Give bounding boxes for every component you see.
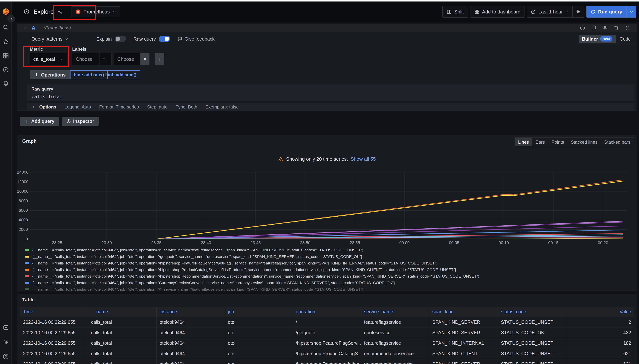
table-cell: /hipstershop.FeatureFlagServi... [293, 338, 361, 348]
zoom-out-time-button[interactable] [572, 6, 584, 18]
add-query-button[interactable]: Add query [20, 117, 59, 126]
table-cell: / [293, 317, 361, 328]
legend-item[interactable]: {__name__="calls_total", instance="otelc… [25, 260, 631, 266]
table-cell: quoteservice [361, 328, 429, 338]
give-feedback-link[interactable]: Give feedback [178, 36, 214, 42]
column-header-operation[interactable]: operation [293, 306, 361, 317]
duplicate-query-icon[interactable] [591, 25, 596, 31]
legend-item[interactable]: {__name__="calls_total", instance="otelc… [25, 266, 631, 273]
legend-series-label[interactable]: {__name__="calls_total", instance="otelc… [32, 274, 479, 278]
add-label-button[interactable] [155, 53, 164, 65]
x-axis-tick: 23:35 [151, 240, 162, 245]
table-cell: otelcol:9464 [156, 317, 225, 328]
split-button[interactable]: Split [442, 6, 468, 18]
column-header-statuscode[interactable]: status_code [498, 306, 566, 317]
table-cell: STATUS_CODE_UNSET [498, 348, 566, 359]
builder-mode-tab[interactable]: Builder Beta [578, 34, 616, 43]
legend-series-label[interactable]: {__name__="calls_total", instance="otelc… [32, 261, 437, 266]
grafana-logo[interactable] [2, 8, 10, 15]
x-axis-tick: 23:45 [250, 240, 261, 245]
legend-series-label[interactable]: {__name__="calls_total", instance="otelc… [32, 280, 395, 285]
x-axis-tick: 00:20 [598, 240, 608, 245]
run-query-button[interactable]: Run query [586, 6, 636, 18]
sidebar [0, 2, 12, 364]
legend-swatch [25, 275, 29, 277]
apps-icon [474, 9, 480, 14]
table-cell: calls_total [88, 359, 156, 364]
star-icon[interactable] [2, 38, 9, 45]
drag-handle-icon[interactable] [624, 25, 630, 31]
sign-in-icon[interactable] [2, 324, 9, 331]
legend-series-label[interactable]: {__name__="calls_total", instance="otelc… [32, 254, 362, 259]
hint-add-sum-button[interactable]: hint: add sum() [102, 70, 140, 79]
column-header-name[interactable]: __name__ [88, 306, 156, 317]
alerting-bell-icon[interactable] [2, 80, 9, 86]
legend-item[interactable]: {__name__="calls_total", instance="otelc… [25, 286, 631, 291]
remove-label-button[interactable] [140, 53, 150, 65]
column-header-time[interactable]: Time [20, 306, 88, 317]
legend-item[interactable]: {__name__="calls_total", instance="otelc… [25, 247, 631, 253]
table-cell: /hipstershop.Recommendation... [293, 359, 361, 364]
column-header-instance[interactable]: instance [156, 306, 225, 317]
table-cell: 182 [566, 338, 634, 348]
legend-swatch [25, 269, 29, 271]
query-help-icon[interactable] [580, 25, 585, 31]
table-cell: 621 [566, 359, 634, 364]
time-range-button[interactable]: Last 1 hour [527, 6, 572, 18]
code-mode-tab[interactable]: Code [616, 36, 634, 42]
column-header-spankind[interactable]: span_kind [429, 306, 498, 317]
legend-swatch [25, 262, 29, 264]
editor-mode-switch: Builder Beta Code [578, 34, 635, 44]
chevron-down-icon [565, 10, 569, 14]
remove-query-trash-icon[interactable] [613, 25, 619, 31]
column-header-servicename[interactable]: service_name [361, 306, 429, 317]
grafana-explore-screen: Explore Prometheus Split Add to dashboar… [0, 0, 639, 364]
x-axis-tick: 00:15 [548, 240, 558, 245]
options-label: Options [39, 104, 56, 110]
query-options-row[interactable]: Options Legend: Auto Format: Time series… [27, 103, 634, 111]
legend-series-label[interactable]: {__name__="calls_total", instance="otelc… [32, 248, 363, 252]
legend-item[interactable]: {__name__="calls_total", instance="otelc… [25, 280, 631, 286]
options-legend: Legend: Auto [64, 104, 91, 110]
refresh-icon [590, 9, 596, 14]
hide-query-eye-icon[interactable] [602, 25, 608, 31]
page-title: Explore [34, 8, 54, 15]
search-icon[interactable] [2, 24, 9, 31]
query-patterns-dropdown[interactable]: Query patterns [32, 36, 68, 42]
sidebar-expand-button[interactable] [8, 15, 15, 22]
add-to-dashboard-button[interactable]: Add to dashboard [470, 6, 525, 18]
settings-gear-icon[interactable] [2, 338, 9, 345]
x-axis-tick: 23:25 [52, 240, 62, 245]
label-value-select[interactable]: Choose [114, 53, 140, 65]
clock-icon [531, 9, 536, 14]
raw-query-panel: Raw query calls_total [27, 84, 634, 101]
legend-item[interactable]: {__name__="calls_total", instance="otelc… [25, 253, 631, 260]
table-cell: 432 [566, 328, 634, 338]
beta-badge: Beta [600, 36, 612, 42]
inspector-button[interactable]: Inspector [62, 117, 99, 126]
column-header-value[interactable]: Value [566, 306, 634, 317]
legend-series-label[interactable]: {__name__="calls_total", instance="otelc… [32, 268, 456, 272]
explain-label: Explain [96, 36, 112, 42]
legend-item[interactable]: {__name__="calls_total", instance="otelc… [25, 273, 631, 280]
query-row-header[interactable]: A (Prometheus) [17, 24, 637, 32]
raw-query-toggle[interactable] [159, 36, 170, 42]
table-cell: SPAN_KIND_CLIENT [429, 348, 498, 359]
top-toolbar: Explore Prometheus Split Add to dashboar… [12, 2, 639, 22]
x-axis-tick: 00:10 [498, 240, 509, 245]
help-icon[interactable] [2, 353, 9, 360]
table-cell: featureflagservice [361, 338, 429, 348]
explore-compass-icon[interactable] [2, 66, 9, 73]
run-query-dropdown[interactable] [626, 6, 636, 18]
column-header-job[interactable]: job [225, 306, 293, 317]
label-name-select[interactable]: Choose [72, 53, 99, 65]
annotation-box-metric [23, 46, 69, 67]
time-picker: Last 1 hour [527, 6, 584, 18]
dashboards-icon[interactable] [2, 52, 9, 59]
collapse-chevron-icon[interactable] [23, 26, 27, 30]
label-operator-select[interactable]: = [100, 53, 112, 65]
table-cell: calls_total [88, 348, 156, 359]
explain-toggle[interactable] [115, 36, 126, 42]
legend-series-label[interactable]: {__name__="calls_total", instance="otelc… [32, 287, 363, 291]
operations-button[interactable]: Operations [30, 70, 70, 79]
